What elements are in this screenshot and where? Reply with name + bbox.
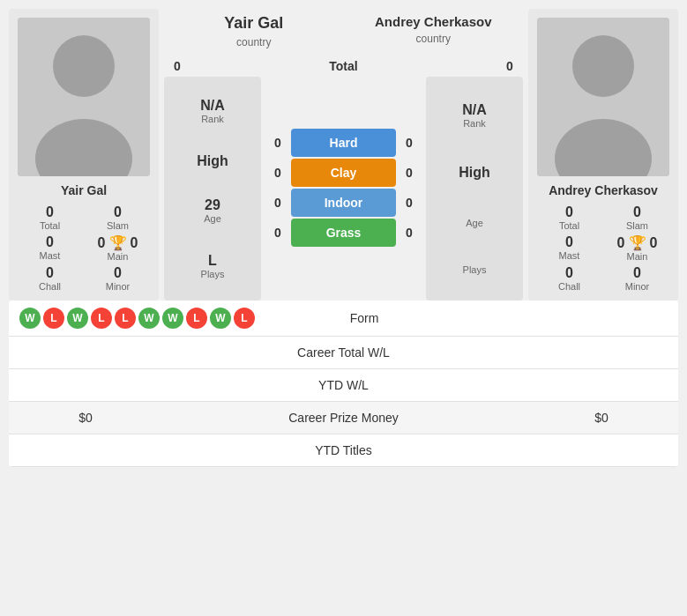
career-prize-label: Career Prize Money	[152, 411, 535, 425]
plays-block-right: Plays	[433, 264, 516, 275]
indoor-score-left: 0	[265, 196, 291, 210]
career-total-row: Career Total W/L	[9, 337, 678, 369]
form-label: Form	[255, 311, 474, 325]
center-column: Yair Gal country Andrey Cherkasov countr…	[164, 9, 523, 301]
center-surfaces: 0 Hard 0 0 Clay 0 0 Indoor 0	[265, 77, 422, 301]
form-badge-l: L	[115, 308, 136, 329]
plays-block-left: L Plays	[171, 253, 254, 279]
indoor-button[interactable]: Indoor	[291, 189, 396, 217]
stat-total-left: 0 Total	[18, 204, 82, 231]
grass-score-left: 0	[265, 226, 291, 240]
player-avatar-right	[537, 18, 669, 176]
career-prize-left: $0	[19, 411, 152, 425]
right-stats-panel: N/A Rank High Age Plays	[426, 77, 523, 301]
career-total-label: Career Total W/L	[152, 345, 535, 360]
stat-chall-right: 0 Chall	[537, 265, 601, 292]
high-block-left: High	[171, 153, 254, 169]
country-row-right: country	[344, 33, 524, 45]
svg-point-1	[53, 35, 115, 97]
stat-minor-right: 0 Minor	[605, 265, 669, 292]
form-row: WLWLLWWLWL Form	[9, 301, 678, 337]
indoor-score-right: 0	[396, 196, 422, 210]
total-row: 0 Total 0	[164, 56, 523, 77]
comparison-wrapper: Yair Gal 0 Total 0 Slam 0 Mast 0 🏆	[9, 9, 678, 301]
country-flag-right: country	[416, 33, 451, 45]
stat-mast-right: 0 Mast	[537, 234, 601, 262]
player-name-center-left: Yair Gal	[164, 9, 344, 36]
age-block-left: 29 Age	[171, 197, 254, 224]
main-container: Yair Gal 0 Total 0 Slam 0 Mast 0 🏆	[0, 0, 687, 476]
country-row-left: country	[164, 36, 344, 48]
stat-chall-left: 0 Chall	[18, 265, 82, 292]
clay-row: 0 Clay 0	[265, 159, 422, 187]
rank-block-right: N/A Rank	[433, 102, 516, 129]
player-avatar-left	[18, 18, 150, 176]
stat-minor-left: 0 Minor	[86, 265, 150, 292]
rank-block-left: N/A Rank	[171, 98, 254, 124]
high-block-right: High	[433, 165, 516, 181]
form-badges: WLWLLWWLWL	[19, 308, 255, 329]
clay-score-left: 0	[265, 166, 291, 180]
hard-score-right: 0	[396, 136, 422, 150]
form-badge-l: L	[91, 308, 112, 329]
ytd-titles-row: YTD Titles	[9, 434, 678, 467]
grass-score-right: 0	[396, 226, 422, 240]
ytd-wl-label: YTD W/L	[152, 378, 535, 392]
bottom-section: WLWLLWWLWL Form Career Total W/L YTD W/L…	[9, 301, 678, 467]
form-badge-w: W	[138, 308, 160, 329]
age-block-right: Age	[433, 218, 516, 228]
trophy-icon-left: 🏆	[109, 234, 127, 251]
stat-total-right: 0 Total	[537, 204, 601, 231]
indoor-row: 0 Indoor 0	[265, 189, 422, 217]
left-stats-panel: N/A Rank High 29 Age L Plays	[164, 77, 261, 301]
grass-row: 0 Grass 0	[265, 219, 422, 247]
stat-main-left: 0 🏆 0 Main	[86, 234, 150, 262]
country-flag-left: country	[236, 36, 271, 48]
form-badge-l: L	[186, 308, 207, 329]
ytd-wl-row: YTD W/L	[9, 369, 678, 402]
stat-slam-right: 0 Slam	[605, 204, 669, 231]
stat-slam-left: 0 Slam	[86, 204, 150, 231]
surface-section: N/A Rank High 29 Age L Plays	[164, 77, 523, 301]
svg-point-4	[572, 35, 634, 97]
form-badge-w: W	[162, 308, 183, 329]
player-name-center-right: Andrey Cherkasov	[344, 9, 524, 33]
hard-score-left: 0	[265, 136, 291, 150]
total-score-left: 0	[164, 59, 190, 73]
hard-row: 0 Hard 0	[265, 129, 422, 157]
form-badge-w: W	[19, 308, 41, 329]
career-prize-right: $0	[535, 411, 668, 425]
form-badge-l: L	[43, 308, 64, 329]
ytd-titles-label: YTD Titles	[152, 443, 535, 457]
form-badge-l: L	[234, 308, 255, 329]
clay-score-right: 0	[396, 166, 422, 180]
clay-button[interactable]: Clay	[291, 159, 396, 187]
player-stats-grid-right: 0 Total 0 Slam 0 Mast 0 🏆 0	[537, 204, 669, 292]
form-badge-w: W	[210, 308, 231, 329]
grass-button[interactable]: Grass	[291, 219, 396, 247]
total-label: Total	[190, 59, 497, 73]
player-stats-grid-left: 0 Total 0 Slam 0 Mast 0 🏆 0	[18, 204, 150, 292]
player-card-left: Yair Gal 0 Total 0 Slam 0 Mast 0 🏆	[9, 9, 159, 301]
player-name-right: Andrey Cherkasov	[549, 183, 658, 197]
career-prize-row: $0 Career Prize Money $0	[9, 402, 678, 434]
player-card-right: Andrey Cherkasov 0 Total 0 Slam 0 Mast 0	[528, 9, 678, 301]
form-badge-w: W	[67, 308, 88, 329]
stat-main-right: 0 🏆 0 Main	[605, 234, 669, 262]
hard-button[interactable]: Hard	[291, 129, 396, 157]
player-name-left: Yair Gal	[61, 183, 107, 197]
stat-mast-left: 0 Mast	[18, 234, 82, 262]
total-score-right: 0	[497, 59, 523, 73]
trophy-icon-right: 🏆	[629, 234, 646, 251]
